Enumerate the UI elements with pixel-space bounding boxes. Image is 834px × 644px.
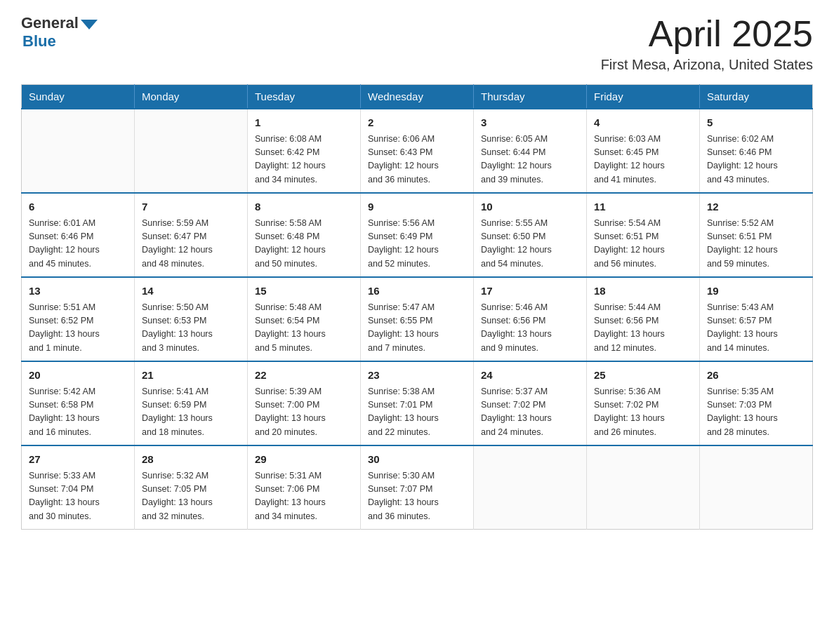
col-wednesday: Wednesday <box>361 85 474 109</box>
logo-arrow-icon <box>81 20 98 29</box>
calendar-table: Sunday Monday Tuesday Wednesday Thursday… <box>21 84 813 530</box>
day-info: Sunrise: 5:41 AM Sunset: 6:59 PM Dayligh… <box>142 385 240 440</box>
day-number: 26 <box>707 368 805 384</box>
day-info: Sunrise: 6:01 AM Sunset: 6:46 PM Dayligh… <box>29 217 127 271</box>
calendar-header-row: Sunday Monday Tuesday Wednesday Thursday… <box>22 85 813 109</box>
calendar-cell: 26Sunrise: 5:35 AM Sunset: 7:03 PM Dayli… <box>700 361 813 445</box>
day-info: Sunrise: 5:38 AM Sunset: 7:01 PM Dayligh… <box>368 385 466 440</box>
calendar-week-row: 20Sunrise: 5:42 AM Sunset: 6:58 PM Dayli… <box>22 361 813 445</box>
calendar-cell: 25Sunrise: 5:36 AM Sunset: 7:02 PM Dayli… <box>587 361 700 445</box>
day-number: 30 <box>368 452 466 468</box>
day-info: Sunrise: 6:08 AM Sunset: 6:42 PM Dayligh… <box>255 133 353 187</box>
calendar-cell: 16Sunrise: 5:47 AM Sunset: 6:55 PM Dayli… <box>361 277 474 361</box>
day-info: Sunrise: 5:35 AM Sunset: 7:03 PM Dayligh… <box>707 385 805 440</box>
day-number: 2 <box>368 115 466 131</box>
day-info: Sunrise: 5:43 AM Sunset: 6:57 PM Dayligh… <box>707 301 805 356</box>
day-info: Sunrise: 5:46 AM Sunset: 6:56 PM Dayligh… <box>481 301 579 356</box>
calendar-cell: 2Sunrise: 6:06 AM Sunset: 6:43 PM Daylig… <box>361 109 474 193</box>
day-number: 29 <box>255 452 353 468</box>
day-number: 12 <box>707 199 805 215</box>
day-number: 18 <box>594 283 692 300</box>
col-thursday: Thursday <box>474 85 587 109</box>
col-saturday: Saturday <box>700 85 813 109</box>
day-info: Sunrise: 5:48 AM Sunset: 6:54 PM Dayligh… <box>255 301 353 356</box>
day-number: 14 <box>142 283 240 300</box>
day-info: Sunrise: 5:39 AM Sunset: 7:00 PM Dayligh… <box>255 385 353 440</box>
calendar-cell <box>22 109 135 193</box>
calendar-cell: 9Sunrise: 5:56 AM Sunset: 6:49 PM Daylig… <box>361 193 474 277</box>
calendar-cell: 1Sunrise: 6:08 AM Sunset: 6:42 PM Daylig… <box>248 109 361 193</box>
logo-text-general: General <box>21 14 79 32</box>
day-number: 1 <box>255 115 353 131</box>
calendar-cell: 28Sunrise: 5:32 AM Sunset: 7:05 PM Dayli… <box>135 445 248 530</box>
calendar-cell: 23Sunrise: 5:38 AM Sunset: 7:01 PM Dayli… <box>361 361 474 445</box>
calendar-header: Sunday Monday Tuesday Wednesday Thursday… <box>22 85 813 109</box>
day-number: 20 <box>29 368 127 384</box>
calendar-cell: 21Sunrise: 5:41 AM Sunset: 6:59 PM Dayli… <box>135 361 248 445</box>
day-info: Sunrise: 5:59 AM Sunset: 6:47 PM Dayligh… <box>142 217 240 271</box>
day-number: 8 <box>255 199 353 215</box>
day-info: Sunrise: 5:33 AM Sunset: 7:04 PM Dayligh… <box>29 469 127 524</box>
day-info: Sunrise: 5:56 AM Sunset: 6:49 PM Dayligh… <box>368 217 466 271</box>
calendar-cell: 14Sunrise: 5:50 AM Sunset: 6:53 PM Dayli… <box>135 277 248 361</box>
location-title: First Mesa, Arizona, United States <box>601 57 813 73</box>
col-sunday: Sunday <box>22 85 135 109</box>
day-number: 10 <box>481 199 579 215</box>
day-number: 6 <box>29 199 127 215</box>
calendar-cell: 27Sunrise: 5:33 AM Sunset: 7:04 PM Dayli… <box>22 445 135 530</box>
calendar-week-row: 27Sunrise: 5:33 AM Sunset: 7:04 PM Dayli… <box>22 445 813 530</box>
day-info: Sunrise: 5:58 AM Sunset: 6:48 PM Dayligh… <box>255 217 353 271</box>
logo-text-blue: Blue <box>22 32 56 51</box>
calendar-week-row: 1Sunrise: 6:08 AM Sunset: 6:42 PM Daylig… <box>22 109 813 193</box>
day-info: Sunrise: 5:52 AM Sunset: 6:51 PM Dayligh… <box>707 217 805 271</box>
calendar-cell: 30Sunrise: 5:30 AM Sunset: 7:07 PM Dayli… <box>361 445 474 530</box>
day-number: 24 <box>481 368 579 384</box>
day-number: 15 <box>255 283 353 300</box>
calendar-cell <box>135 109 248 193</box>
calendar-cell: 22Sunrise: 5:39 AM Sunset: 7:00 PM Dayli… <box>248 361 361 445</box>
calendar-cell: 3Sunrise: 6:05 AM Sunset: 6:44 PM Daylig… <box>474 109 587 193</box>
day-number: 21 <box>142 368 240 384</box>
day-info: Sunrise: 6:02 AM Sunset: 6:46 PM Dayligh… <box>707 133 805 187</box>
calendar-cell <box>700 445 813 530</box>
calendar-body: 1Sunrise: 6:08 AM Sunset: 6:42 PM Daylig… <box>22 109 813 530</box>
day-info: Sunrise: 5:30 AM Sunset: 7:07 PM Dayligh… <box>368 469 466 524</box>
day-info: Sunrise: 5:51 AM Sunset: 6:52 PM Dayligh… <box>29 301 127 356</box>
calendar-cell: 7Sunrise: 5:59 AM Sunset: 6:47 PM Daylig… <box>135 193 248 277</box>
day-number: 23 <box>368 368 466 384</box>
calendar-cell: 15Sunrise: 5:48 AM Sunset: 6:54 PM Dayli… <box>248 277 361 361</box>
day-info: Sunrise: 6:05 AM Sunset: 6:44 PM Dayligh… <box>481 133 579 187</box>
col-monday: Monday <box>135 85 248 109</box>
calendar-week-row: 6Sunrise: 6:01 AM Sunset: 6:46 PM Daylig… <box>22 193 813 277</box>
calendar-cell: 5Sunrise: 6:02 AM Sunset: 6:46 PM Daylig… <box>700 109 813 193</box>
day-info: Sunrise: 6:03 AM Sunset: 6:45 PM Dayligh… <box>594 133 692 187</box>
calendar-cell: 4Sunrise: 6:03 AM Sunset: 6:45 PM Daylig… <box>587 109 700 193</box>
day-info: Sunrise: 5:31 AM Sunset: 7:06 PM Dayligh… <box>255 469 353 524</box>
day-number: 22 <box>255 368 353 384</box>
col-tuesday: Tuesday <box>248 85 361 109</box>
logo: General Blue <box>21 14 98 51</box>
day-number: 9 <box>368 199 466 215</box>
day-info: Sunrise: 5:54 AM Sunset: 6:51 PM Dayligh… <box>594 217 692 271</box>
calendar-cell <box>587 445 700 530</box>
day-number: 19 <box>707 283 805 300</box>
calendar-cell: 19Sunrise: 5:43 AM Sunset: 6:57 PM Dayli… <box>700 277 813 361</box>
day-number: 13 <box>29 283 127 300</box>
calendar-cell: 11Sunrise: 5:54 AM Sunset: 6:51 PM Dayli… <box>587 193 700 277</box>
day-number: 4 <box>594 115 692 131</box>
day-number: 25 <box>594 368 692 384</box>
page-header: General Blue April 2025 First Mesa, Ariz… <box>21 14 813 73</box>
calendar-cell <box>474 445 587 530</box>
day-info: Sunrise: 5:36 AM Sunset: 7:02 PM Dayligh… <box>594 385 692 440</box>
day-info: Sunrise: 5:32 AM Sunset: 7:05 PM Dayligh… <box>142 469 240 524</box>
day-info: Sunrise: 5:37 AM Sunset: 7:02 PM Dayligh… <box>481 385 579 440</box>
day-info: Sunrise: 6:06 AM Sunset: 6:43 PM Dayligh… <box>368 133 466 187</box>
calendar-cell: 13Sunrise: 5:51 AM Sunset: 6:52 PM Dayli… <box>22 277 135 361</box>
calendar-cell: 6Sunrise: 6:01 AM Sunset: 6:46 PM Daylig… <box>22 193 135 277</box>
day-info: Sunrise: 5:47 AM Sunset: 6:55 PM Dayligh… <box>368 301 466 356</box>
col-friday: Friday <box>587 85 700 109</box>
day-number: 17 <box>481 283 579 300</box>
day-number: 27 <box>29 452 127 468</box>
day-info: Sunrise: 5:44 AM Sunset: 6:56 PM Dayligh… <box>594 301 692 356</box>
day-info: Sunrise: 5:50 AM Sunset: 6:53 PM Dayligh… <box>142 301 240 356</box>
